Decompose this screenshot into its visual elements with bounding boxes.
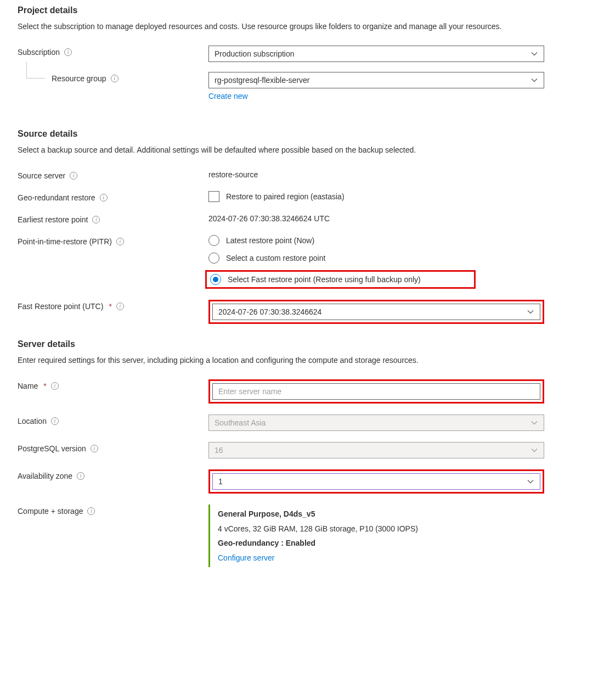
- compute-tier: General Purpose, D4ds_v5: [218, 507, 544, 522]
- resource-group-label: Resource group: [52, 74, 106, 83]
- pitr-option-custom[interactable]: Select a custom restore point: [208, 253, 544, 264]
- info-icon[interactable]: i: [100, 194, 108, 201]
- resource-group-value: rg-postgresql-flexible-server: [214, 76, 310, 85]
- geo-restore-checkbox[interactable]: [208, 191, 219, 202]
- radio-icon: [208, 235, 219, 246]
- compute-label: Compute + storage: [18, 507, 83, 516]
- location-value: Southeast Asia: [214, 418, 266, 427]
- chevron-down-icon: [527, 308, 534, 316]
- radio-icon: [208, 253, 219, 264]
- server-title: Server details: [18, 339, 586, 349]
- subscription-label: Subscription: [18, 48, 60, 57]
- earliest-restore-value: 2024-07-26 07:30:38.3246624 UTC: [208, 213, 544, 223]
- location-label: Location: [18, 417, 47, 425]
- pitr-label: Point-in-time-restore (PITR): [18, 237, 112, 246]
- info-icon[interactable]: i: [116, 238, 124, 245]
- chevron-down-icon: [530, 50, 538, 58]
- create-new-link[interactable]: Create new: [208, 92, 248, 100]
- compute-geo: Geo-redundancy : Enabled: [218, 536, 544, 551]
- source-details-section: Source details Select a backup source an…: [18, 129, 586, 324]
- server-name-input[interactable]: [212, 383, 540, 400]
- geo-restore-checkbox-label: Restore to paired region (eastasia): [226, 192, 345, 201]
- chevron-down-icon: [530, 419, 538, 427]
- earliest-restore-label: Earliest restore point: [18, 215, 88, 224]
- az-label: Availability zone: [18, 472, 72, 480]
- info-icon[interactable]: i: [51, 382, 59, 390]
- compute-summary: General Purpose, D4ds_v5 4 vCores, 32 Gi…: [208, 505, 544, 567]
- project-details-section: Project details Select the subscription …: [18, 5, 586, 100]
- subscription-value: Production subscription: [214, 49, 295, 58]
- tree-elbow-icon: [26, 62, 45, 79]
- source-server-label: Source server: [18, 171, 65, 180]
- version-value: 16: [214, 446, 223, 455]
- required-asterisk: *: [43, 382, 46, 390]
- geo-restore-label: Geo-redundant restore: [18, 193, 95, 202]
- pitr-option-label: Latest restore point (Now): [226, 236, 314, 245]
- server-desc: Enter required settings for this server,…: [18, 355, 544, 366]
- info-icon[interactable]: i: [92, 216, 100, 223]
- chevron-down-icon: [530, 446, 538, 454]
- version-label: PostgreSQL version: [18, 444, 86, 453]
- info-icon[interactable]: i: [70, 172, 77, 180]
- source-title: Source details: [18, 129, 586, 139]
- resource-group-select[interactable]: rg-postgresql-flexible-server: [208, 72, 544, 88]
- fast-restore-select[interactable]: 2024-07-26 07:30:38.3246624: [212, 304, 540, 320]
- pitr-radio-group: Latest restore point (Now) Select a cust…: [208, 235, 544, 289]
- configure-server-link[interactable]: Configure server: [218, 553, 275, 562]
- subscription-select[interactable]: Production subscription: [208, 46, 544, 62]
- info-icon[interactable]: i: [111, 75, 118, 82]
- source-desc: Select a backup source and detail. Addit…: [18, 144, 544, 156]
- az-select[interactable]: 1: [212, 473, 540, 490]
- info-icon[interactable]: i: [64, 48, 72, 56]
- pitr-option-latest[interactable]: Latest restore point (Now): [208, 235, 544, 246]
- chevron-down-icon: [527, 478, 534, 485]
- info-icon[interactable]: i: [87, 507, 95, 515]
- radio-icon: [210, 274, 221, 285]
- project-title: Project details: [18, 5, 586, 15]
- pitr-option-fast[interactable]: Select Fast restore point (Restore using…: [210, 274, 421, 285]
- info-icon[interactable]: i: [51, 417, 59, 425]
- fast-restore-label: Fast Restore point (UTC): [18, 302, 103, 311]
- pitr-option-label: Select Fast restore point (Restore using…: [228, 275, 421, 284]
- location-select: Southeast Asia: [208, 415, 544, 431]
- version-select: 16: [208, 442, 544, 458]
- info-icon[interactable]: i: [116, 303, 124, 310]
- az-value: 1: [218, 477, 223, 486]
- compute-spec: 4 vCores, 32 GiB RAM, 128 GiB storage, P…: [218, 522, 544, 536]
- required-asterisk: *: [109, 302, 111, 311]
- name-label: Name: [18, 382, 38, 390]
- project-desc: Select the subscription to manage deploy…: [18, 21, 544, 32]
- server-details-section: Server details Enter required settings f…: [18, 339, 586, 567]
- fast-restore-value: 2024-07-26 07:30:38.3246624: [218, 307, 321, 316]
- chevron-down-icon: [530, 76, 538, 84]
- info-icon[interactable]: i: [91, 445, 98, 452]
- source-server-value: restore-source: [208, 169, 544, 179]
- pitr-option-label: Select a custom restore point: [226, 254, 325, 262]
- info-icon[interactable]: i: [77, 472, 84, 480]
